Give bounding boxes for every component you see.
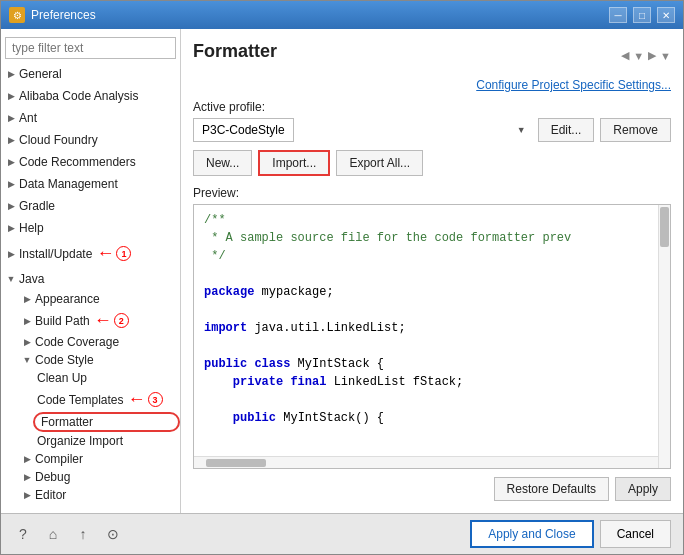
format-btn-row: New... Import... Export All... bbox=[193, 150, 671, 176]
sidebar-item-label: Debug bbox=[35, 470, 70, 484]
sidebar-item-gradle[interactable]: ▶ Gradle bbox=[1, 195, 180, 217]
code-text: * A sample source file for the code form… bbox=[204, 231, 571, 245]
codestyle-children: Clean Up Code Templates ← 3 Formatter Or… bbox=[17, 369, 180, 450]
settings-icon[interactable]: ⊙ bbox=[103, 524, 123, 544]
chevron-right-icon: ▶ bbox=[5, 178, 17, 190]
code-text: MyIntStack { bbox=[290, 357, 384, 371]
code-text bbox=[204, 411, 233, 425]
export-icon[interactable]: ↑ bbox=[73, 524, 93, 544]
code-keyword: public class bbox=[204, 357, 290, 371]
sidebar-item-ant[interactable]: ▶ Ant bbox=[1, 107, 180, 129]
code-text: LinkedList fStack; bbox=[326, 375, 463, 389]
code-line: import java.util.LinkedList; bbox=[204, 319, 660, 337]
sidebar-item-datamanagement[interactable]: ▶ Data Management bbox=[1, 173, 180, 195]
close-button[interactable]: ✕ bbox=[657, 7, 675, 23]
chevron-right-icon: ▶ bbox=[5, 112, 17, 124]
sidebar-item-java[interactable]: ▼ Java bbox=[1, 268, 180, 290]
help-icon[interactable]: ? bbox=[13, 524, 33, 544]
maximize-button[interactable]: □ bbox=[633, 7, 651, 23]
annotation-num-2: 2 bbox=[114, 313, 129, 328]
annotation-arrow-3: ← bbox=[128, 389, 146, 410]
sidebar-item-appearance[interactable]: ▶ Appearance bbox=[17, 290, 180, 308]
footer: ? ⌂ ↑ ⊙ Apply and Close Cancel bbox=[1, 513, 683, 554]
chevron-right-icon: ▶ bbox=[21, 336, 33, 348]
sidebar-item-label: Editor bbox=[35, 488, 66, 502]
sidebar-item-cleanup[interactable]: Clean Up bbox=[33, 369, 180, 387]
sidebar-item-label: Appearance bbox=[35, 292, 100, 306]
nav-back-icon[interactable]: ◀ bbox=[621, 49, 629, 62]
preview-area: /** * A sample source file for the code … bbox=[193, 204, 671, 469]
java-children: ▶ Appearance ▶ Build Path ← 2 ▶ Code Cov… bbox=[1, 290, 180, 504]
sidebar-item-organizeimport[interactable]: Organize Import bbox=[33, 432, 180, 450]
bottom-buttons: Restore Defaults Apply bbox=[193, 469, 671, 501]
sidebar-item-codecoverage[interactable]: ▶ Code Coverage bbox=[17, 333, 180, 351]
restore-defaults-button[interactable]: Restore Defaults bbox=[494, 477, 609, 501]
sidebar-item-alibaba[interactable]: ▶ Alibaba Code Analysis bbox=[1, 85, 180, 107]
export-button[interactable]: Export All... bbox=[336, 150, 423, 176]
nav-forward-icon[interactable]: ▶ bbox=[648, 49, 656, 62]
sidebar-item-coderecommenders[interactable]: ▶ Code Recommenders bbox=[1, 151, 180, 173]
app-icon: ⚙ bbox=[9, 7, 25, 23]
code-line: public class MyIntStack { bbox=[204, 355, 660, 373]
cancel-button[interactable]: Cancel bbox=[600, 520, 671, 548]
sidebar-item-label: Code Templates bbox=[37, 393, 124, 407]
sidebar-item-compiler[interactable]: ▶ Compiler bbox=[17, 450, 180, 468]
active-profile-label: Active profile: bbox=[193, 100, 671, 114]
sidebar-item-label: Ant bbox=[19, 111, 37, 125]
code-line bbox=[204, 337, 660, 355]
sidebar-item-label: Build Path bbox=[35, 314, 90, 328]
config-link[interactable]: Configure Project Specific Settings... bbox=[193, 78, 671, 92]
chevron-right-icon: ▶ bbox=[5, 134, 17, 146]
main-panel: Formatter ◀ ▼ ▶ ▼ Configure Project Spec… bbox=[181, 29, 683, 513]
sidebar-item-label: Code Coverage bbox=[35, 335, 119, 349]
chevron-right-icon: ▶ bbox=[5, 156, 17, 168]
profile-select[interactable]: P3C-CodeStyle bbox=[193, 118, 294, 142]
sidebar-item-cloudfoundry[interactable]: ▶ Cloud Foundry bbox=[1, 129, 180, 151]
code-text: mypackage; bbox=[254, 285, 333, 299]
sidebar-item-formatter[interactable]: Formatter bbox=[33, 412, 180, 432]
code-line bbox=[204, 391, 660, 409]
code-text: /** bbox=[204, 213, 226, 227]
chevron-down-icon: ▼ bbox=[21, 354, 33, 366]
sidebar-item-help[interactable]: ▶ Help bbox=[1, 217, 180, 239]
annotation-arrow-2: ← bbox=[94, 310, 112, 331]
sidebar-item-label: Organize Import bbox=[37, 434, 123, 448]
filter-input[interactable] bbox=[5, 37, 176, 59]
sidebar-item-codestyle[interactable]: ▼ Code Style bbox=[17, 351, 180, 369]
annotation-num-3: 3 bbox=[148, 392, 163, 407]
horizontal-scrollbar[interactable] bbox=[194, 456, 658, 468]
import-button[interactable]: Import... bbox=[258, 150, 330, 176]
sidebar-item-general[interactable]: ▶ General bbox=[1, 63, 180, 85]
remove-button[interactable]: Remove bbox=[600, 118, 671, 142]
new-button[interactable]: New... bbox=[193, 150, 252, 176]
scroll-thumb[interactable] bbox=[660, 207, 669, 247]
main-content: ▶ General ▶ Alibaba Code Analysis ▶ Ant … bbox=[1, 29, 683, 513]
sidebar-item-label: Alibaba Code Analysis bbox=[19, 89, 138, 103]
home-icon[interactable]: ⌂ bbox=[43, 524, 63, 544]
sidebar-item-label: General bbox=[19, 67, 62, 81]
code-line: private final LinkedList fStack; bbox=[204, 373, 660, 391]
window-title: Preferences bbox=[31, 8, 603, 22]
code-keyword: package bbox=[204, 285, 254, 299]
sidebar-item-installupdate[interactable]: ▶ Install/Update ← 1 bbox=[1, 239, 180, 268]
apply-close-button[interactable]: Apply and Close bbox=[470, 520, 593, 548]
preview-label: Preview: bbox=[193, 186, 671, 200]
hscroll-thumb[interactable] bbox=[206, 459, 266, 467]
footer-icons: ? ⌂ ↑ ⊙ bbox=[13, 524, 123, 544]
sidebar-item-codetemplates[interactable]: Code Templates ← 3 bbox=[33, 387, 180, 412]
sidebar-item-buildpath[interactable]: ▶ Build Path ← 2 bbox=[17, 308, 180, 333]
vertical-scrollbar[interactable] bbox=[658, 205, 670, 468]
nav-menu-icon[interactable]: ▼ bbox=[660, 50, 671, 62]
sidebar-item-label: Cloud Foundry bbox=[19, 133, 98, 147]
sidebar-item-editor[interactable]: ▶ Editor bbox=[17, 486, 180, 504]
code-keyword: import bbox=[204, 321, 247, 335]
apply-button[interactable]: Apply bbox=[615, 477, 671, 501]
code-content: /** * A sample source file for the code … bbox=[194, 205, 670, 468]
minimize-button[interactable]: ─ bbox=[609, 7, 627, 23]
panel-title: Formatter bbox=[193, 41, 277, 62]
edit-button[interactable]: Edit... bbox=[538, 118, 595, 142]
sidebar-item-label: Help bbox=[19, 221, 44, 235]
chevron-right-icon: ▶ bbox=[5, 222, 17, 234]
chevron-right-icon: ▶ bbox=[5, 90, 17, 102]
sidebar-item-debug[interactable]: ▶ Debug bbox=[17, 468, 180, 486]
